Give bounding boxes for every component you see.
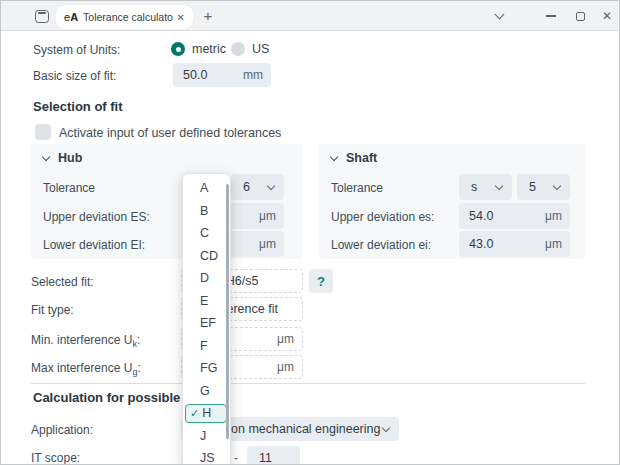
shaft-panel-header[interactable]: Shaft	[331, 151, 377, 165]
application-label: Application:	[31, 423, 93, 437]
radio-metric-label: metric	[192, 42, 226, 56]
collapse-chevron-icon	[42, 152, 50, 160]
hub-panel-title: Hub	[58, 151, 82, 165]
max-interference-label: Max interference Ug:	[31, 361, 141, 377]
shaft-tolerance-letter-select[interactable]: s	[459, 174, 512, 200]
chevron-down-icon	[553, 182, 561, 190]
dropdown-item[interactable]: B	[183, 200, 230, 223]
shaft-lower-deviation-input[interactable]: 43.0 μm	[459, 231, 570, 257]
help-button[interactable]: ?	[309, 269, 333, 293]
new-tab-button[interactable]: +	[200, 8, 216, 24]
chevron-down-icon	[495, 182, 503, 190]
radio-metric[interactable]: metric	[171, 42, 226, 56]
dropdown-item[interactable]: E	[183, 290, 230, 313]
shaft-lower-deviation-unit: μm	[545, 237, 570, 251]
app-tab[interactable]: eA Tolerance calculator ✕	[56, 5, 193, 29]
basic-size-unit: mm	[243, 68, 271, 82]
it-scope-separator: -	[234, 451, 238, 465]
hub-lower-deviation-unit: μm	[259, 237, 284, 251]
chevron-down-icon	[382, 424, 390, 432]
dropdown-item[interactable]: CD	[183, 245, 230, 268]
radio-us[interactable]: US	[231, 42, 269, 56]
min-interference-unit: μm	[277, 332, 302, 346]
tolerance-letter-dropdown: A B C CD D E EF F FG G ✓ H J JS	[182, 173, 231, 465]
basic-size-label: Basic size of fit:	[33, 69, 116, 83]
shaft-grade-value: 5	[517, 180, 536, 194]
shaft-lower-deviation-label: Lower deviation ei:	[331, 238, 431, 252]
title-bar: eA Tolerance calculator ✕ + ✕	[1, 1, 619, 31]
dropdown-item[interactable]: EF	[183, 312, 230, 335]
shaft-upper-deviation-label: Upper deviation es:	[331, 210, 434, 224]
shaft-upper-deviation-value: 54.0	[459, 209, 493, 223]
radio-unselected-icon	[231, 42, 245, 56]
tab-overview-icon[interactable]	[35, 10, 49, 23]
user-defined-tolerances-checkbox[interactable]	[35, 124, 51, 140]
dropdown-item[interactable]: F	[183, 335, 230, 358]
it-scope-to-value: 11	[247, 451, 272, 465]
dropdown-item[interactable]: J	[183, 425, 230, 448]
units-label: System of Units:	[33, 43, 120, 57]
dropdown-item[interactable]: A	[183, 177, 230, 200]
selected-fit-label: Selected fit:	[31, 275, 94, 289]
maximize-button[interactable]	[572, 1, 588, 31]
calculation-header: Calculation for possible fits	[33, 390, 203, 405]
dropdown-item[interactable]: FG	[183, 357, 230, 380]
window-menu-chevron-icon[interactable]	[491, 1, 507, 31]
shaft-lower-deviation-value: 43.0	[459, 237, 493, 251]
it-scope-label: IT scope:	[31, 451, 80, 465]
app-logo: eA	[64, 11, 78, 23]
hub-upper-deviation-label: Upper deviation ES:	[43, 210, 150, 224]
shaft-upper-deviation-unit: μm	[545, 209, 570, 223]
hub-tolerance-grade-select[interactable]: 6	[231, 174, 284, 200]
shaft-tolerance-label: Tolerance	[331, 181, 383, 195]
hub-upper-deviation-unit: μm	[259, 209, 284, 223]
dropdown-item-selected[interactable]: ✓ H	[185, 404, 227, 424]
dropdown-scrollbar[interactable]	[226, 184, 229, 439]
hub-tolerance-label: Tolerance	[43, 181, 95, 195]
shaft-panel-title: Shaft	[346, 151, 377, 165]
dropdown-item[interactable]: G	[183, 380, 230, 403]
hub-panel-header[interactable]: Hub	[43, 151, 82, 165]
dropdown-item[interactable]: C	[183, 222, 230, 245]
hub-lower-deviation-label: Lower deviation EI:	[43, 238, 145, 252]
radio-us-label: US	[252, 42, 269, 56]
radio-selected-icon	[171, 42, 185, 56]
it-scope-to-input[interactable]: 11	[247, 446, 300, 465]
chevron-down-icon	[267, 182, 275, 190]
tab-title: Tolerance calculator	[83, 11, 173, 23]
dropdown-item[interactable]: JS	[183, 447, 230, 465]
tab-close-icon[interactable]: ✕	[177, 12, 185, 23]
check-icon: ✓	[190, 407, 199, 420]
minimize-button[interactable]	[543, 1, 559, 31]
window-close-icon[interactable]: ✕	[599, 1, 615, 31]
section-divider	[31, 383, 585, 384]
min-interference-label: Min. interference Uk:	[31, 333, 140, 349]
shaft-upper-deviation-input[interactable]: 54.0 μm	[459, 203, 570, 229]
app-window: eA Tolerance calculator ✕ + ✕ System of …	[0, 0, 620, 465]
shaft-letter-value: s	[459, 180, 477, 194]
shaft-tolerance-grade-select[interactable]: 5	[517, 174, 570, 200]
basic-size-value: 50.0	[173, 68, 207, 82]
user-defined-tolerances-label: Activate input of user defined tolerance…	[59, 126, 281, 140]
fit-type-label: Fit type:	[31, 303, 74, 317]
basic-size-input[interactable]: 50.0 mm	[173, 63, 271, 87]
selection-of-fit-header: Selection of fit	[33, 99, 123, 114]
dropdown-item[interactable]: D	[183, 267, 230, 290]
hub-grade-value: 6	[231, 180, 250, 194]
max-interference-unit: μm	[277, 360, 302, 374]
collapse-chevron-icon	[330, 152, 338, 160]
